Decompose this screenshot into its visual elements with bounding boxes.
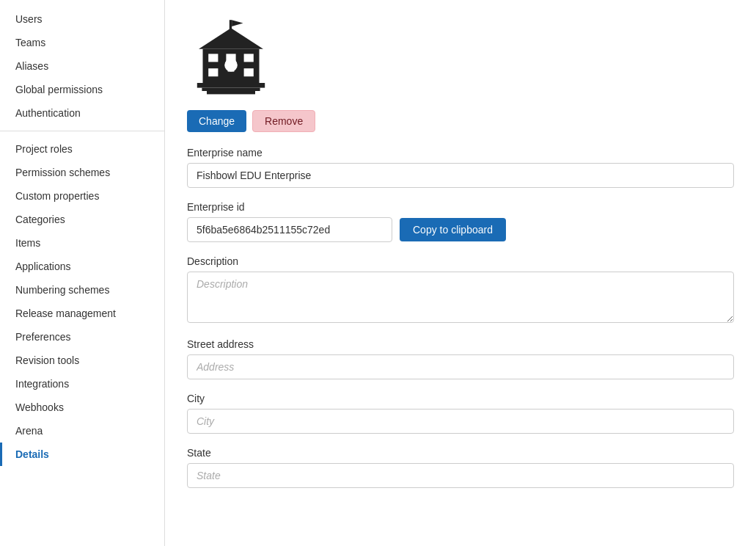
state-group: State <box>187 447 734 488</box>
logo-buttons: Change Remove <box>187 110 315 132</box>
sidebar-divider <box>0 131 164 131</box>
sidebar-item-preferences[interactable]: Preferences <box>0 325 164 349</box>
sidebar: UsersTeamsAliasesGlobal permissionsAuthe… <box>0 0 165 546</box>
enterprise-logo <box>187 15 275 103</box>
city-input[interactable] <box>187 409 734 434</box>
svg-rect-12 <box>202 88 260 91</box>
state-label: State <box>187 447 734 459</box>
sidebar-item-categories[interactable]: Categories <box>0 208 164 231</box>
svg-marker-1 <box>232 20 243 26</box>
sidebar-item-release-management[interactable]: Release management <box>0 302 164 325</box>
remove-button[interactable]: Remove <box>252 110 315 132</box>
sidebar-item-aliases[interactable]: Aliases <box>0 54 164 78</box>
sidebar-item-items[interactable]: Items <box>0 231 164 255</box>
logo-area: Change Remove <box>187 15 734 132</box>
sidebar-item-webhooks[interactable]: Webhooks <box>0 396 164 419</box>
copy-to-clipboard-button[interactable]: Copy to clipboard <box>400 218 506 241</box>
sidebar-item-permission-schemes[interactable]: Permission schemes <box>0 161 164 184</box>
description-group: Description <box>187 255 734 325</box>
svg-rect-6 <box>244 54 254 62</box>
enterprise-name-input[interactable] <box>187 163 734 188</box>
description-label: Description <box>187 255 734 267</box>
enterprise-id-label: Enterprise id <box>187 201 734 213</box>
enterprise-id-row: Copy to clipboard <box>187 217 734 242</box>
sidebar-item-users[interactable]: Users <box>0 7 164 31</box>
svg-rect-13 <box>207 91 255 94</box>
sidebar-item-applications[interactable]: Applications <box>0 255 164 278</box>
enterprise-id-group: Enterprise id Copy to clipboard <box>187 201 734 242</box>
sidebar-item-authentication[interactable]: Authentication <box>0 101 164 125</box>
enterprise-name-group: Enterprise name <box>187 147 734 188</box>
street-address-input[interactable] <box>187 354 734 379</box>
sidebar-item-arena[interactable]: Arena <box>0 419 164 443</box>
enterprise-name-label: Enterprise name <box>187 147 734 159</box>
sidebar-item-custom-properties[interactable]: Custom properties <box>0 184 164 208</box>
svg-rect-8 <box>228 64 235 72</box>
sidebar-item-teams[interactable]: Teams <box>0 31 164 54</box>
state-input[interactable] <box>187 463 734 488</box>
street-address-group: Street address <box>187 338 734 379</box>
street-address-label: Street address <box>187 338 734 350</box>
svg-rect-10 <box>244 68 254 76</box>
sidebar-item-integrations[interactable]: Integrations <box>0 372 164 396</box>
sidebar-item-numbering-schemes[interactable]: Numbering schemes <box>0 278 164 302</box>
sidebar-item-project-roles[interactable]: Project roles <box>0 137 164 161</box>
city-label: City <box>187 393 734 404</box>
svg-marker-2 <box>199 28 263 49</box>
sidebar-item-details[interactable]: Details <box>0 443 164 466</box>
svg-rect-4 <box>208 54 218 62</box>
change-button[interactable]: Change <box>187 110 246 132</box>
enterprise-id-input[interactable] <box>187 217 392 242</box>
description-textarea[interactable] <box>187 272 734 323</box>
city-group: City <box>187 393 734 434</box>
svg-rect-11 <box>197 83 265 88</box>
main-content: Change Remove Enterprise name Enterprise… <box>165 0 756 546</box>
svg-rect-9 <box>208 68 218 76</box>
sidebar-item-global-permissions[interactable]: Global permissions <box>0 78 164 101</box>
sidebar-item-revision-tools[interactable]: Revision tools <box>0 349 164 372</box>
